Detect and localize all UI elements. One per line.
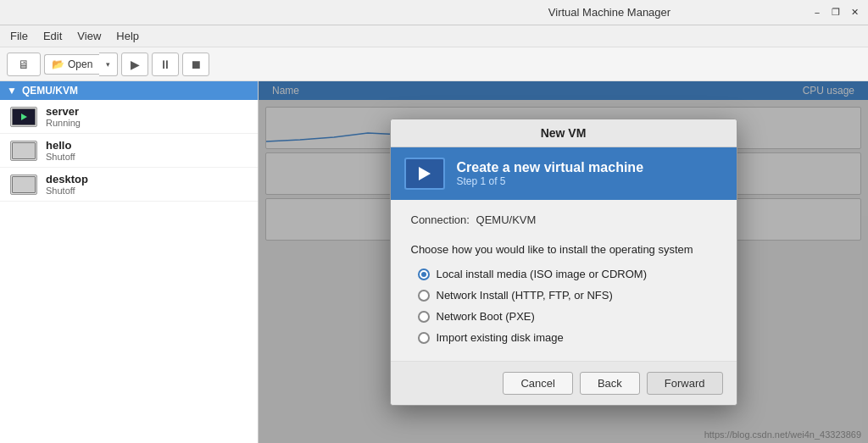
desktop-screen-icon bbox=[12, 176, 36, 193]
desktop-vm-icon bbox=[10, 174, 37, 195]
cancel-button[interactable]: Cancel bbox=[503, 372, 572, 395]
connection-label: Connection: bbox=[411, 213, 470, 226]
modal-overlay: New VM Create a new virtual machine Step… bbox=[259, 81, 868, 443]
maximize-button[interactable]: ❐ bbox=[829, 6, 843, 19]
option-import-disk[interactable]: Import existing disk image bbox=[418, 331, 716, 344]
desktop-vm-name: desktop bbox=[46, 173, 88, 186]
hello-vm-info: hello Shutoff bbox=[46, 139, 75, 162]
server-vm-info: server Running bbox=[46, 105, 81, 128]
server-vm-name: server bbox=[46, 105, 81, 118]
option-local-media-label: Local install media (ISO image or CDROM) bbox=[437, 268, 648, 280]
sidebar-item-server[interactable]: server Running bbox=[0, 100, 258, 134]
title-bar: Virtual Machine Manager − ❐ ✕ bbox=[0, 0, 868, 25]
back-button[interactable]: Back bbox=[580, 372, 640, 395]
dialog-header-icon bbox=[404, 158, 445, 190]
dialog-step-subtitle: Step 1 of 5 bbox=[457, 175, 644, 187]
desktop-vm-info: desktop Shutoff bbox=[46, 173, 88, 196]
option-local-media[interactable]: Local install media (ISO image or CDROM) bbox=[418, 268, 716, 280]
hello-vm-name: hello bbox=[46, 139, 75, 152]
new-vm-icon: 🖥 bbox=[18, 58, 30, 71]
forward-button[interactable]: Forward bbox=[647, 372, 723, 395]
play-icon bbox=[419, 167, 431, 180]
server-screen-icon bbox=[12, 108, 36, 125]
radio-import-disk[interactable] bbox=[418, 332, 430, 344]
hello-screen-icon bbox=[12, 142, 36, 159]
menu-view[interactable]: View bbox=[70, 28, 108, 44]
stop-button[interactable]: ⏹ bbox=[182, 53, 209, 76]
dialog-titlebar: New VM bbox=[391, 119, 737, 147]
pause-button[interactable]: ⏸ bbox=[152, 53, 179, 76]
window-title: Virtual Machine Manager bbox=[409, 6, 810, 19]
minimize-button[interactable]: − bbox=[810, 6, 824, 19]
sidebar-group-arrow: ▼ bbox=[7, 85, 17, 97]
menu-edit[interactable]: Edit bbox=[36, 28, 69, 44]
toolbar: 🖥 📂 Open ▾ ▶ ⏸ ⏹ bbox=[0, 47, 868, 81]
option-network-boot-label: Network Boot (PXE) bbox=[437, 310, 535, 323]
sidebar-item-hello[interactable]: hello Shutoff bbox=[0, 134, 258, 168]
radio-network-install[interactable] bbox=[418, 290, 430, 302]
window-controls: − ❐ ✕ bbox=[810, 6, 861, 19]
run-button[interactable]: ▶ bbox=[121, 53, 148, 76]
option-import-disk-label: Import existing disk image bbox=[437, 331, 564, 344]
option-network-install[interactable]: Network Install (HTTP, FTP, or NFS) bbox=[418, 289, 716, 302]
open-label: Open bbox=[68, 58, 92, 70]
menu-bar: File Edit View Help bbox=[0, 25, 868, 47]
menu-help[interactable]: Help bbox=[109, 28, 146, 44]
radio-network-boot[interactable] bbox=[418, 311, 430, 323]
hello-vm-icon bbox=[10, 141, 37, 161]
sidebar-item-desktop[interactable]: desktop Shutoff bbox=[0, 168, 258, 202]
hello-vm-status: Shutoff bbox=[46, 152, 75, 162]
sidebar-group-header: ▼ QEMU/KVM bbox=[0, 81, 258, 100]
sidebar-group-label: QEMU/KVM bbox=[22, 85, 78, 97]
radio-local-media[interactable] bbox=[418, 269, 430, 280]
install-options: Local install media (ISO image or CDROM)… bbox=[411, 268, 716, 344]
dialog-header: Create a new virtual machine Step 1 of 5 bbox=[391, 147, 737, 200]
new-vm-dialog: New VM Create a new virtual machine Step… bbox=[390, 119, 737, 406]
option-network-boot[interactable]: Network Boot (PXE) bbox=[418, 310, 716, 323]
server-vm-status: Running bbox=[46, 118, 81, 128]
dialog-body: Connection: QEMU/KVM Choose how you woul… bbox=[391, 200, 737, 361]
open-button[interactable]: 📂 Open bbox=[44, 54, 99, 75]
connection-value: QEMU/KVM bbox=[476, 213, 537, 226]
new-vm-button[interactable]: 🖥 bbox=[7, 53, 41, 76]
sidebar: ▼ QEMU/KVM server Running hello Shutoff bbox=[0, 81, 259, 443]
desktop-vm-status: Shutoff bbox=[46, 186, 88, 196]
open-dropdown[interactable]: ▾ bbox=[99, 53, 118, 76]
dialog-footer: Cancel Back Forward bbox=[391, 361, 737, 405]
content-area: Name CPU usage New VM bbox=[259, 81, 868, 443]
stop-icon: ⏹ bbox=[190, 58, 202, 71]
close-button[interactable]: ✕ bbox=[848, 6, 861, 19]
dialog-step-title: Create a new virtual machine bbox=[457, 160, 644, 175]
install-question: Choose how you would like to install the… bbox=[411, 243, 716, 256]
pause-icon: ⏸ bbox=[159, 58, 171, 71]
menu-file[interactable]: File bbox=[3, 28, 35, 44]
run-icon: ▶ bbox=[131, 58, 140, 71]
dialog-header-text: Create a new virtual machine Step 1 of 5 bbox=[457, 160, 644, 187]
server-play-icon bbox=[21, 114, 27, 120]
server-vm-icon bbox=[10, 107, 37, 127]
main-area: ▼ QEMU/KVM server Running hello Shutoff bbox=[0, 81, 868, 443]
connection-row: Connection: QEMU/KVM bbox=[411, 213, 716, 226]
option-network-install-label: Network Install (HTTP, FTP, or NFS) bbox=[437, 289, 613, 302]
dialog-title: New VM bbox=[541, 126, 587, 140]
open-icon: 📂 bbox=[52, 58, 64, 70]
